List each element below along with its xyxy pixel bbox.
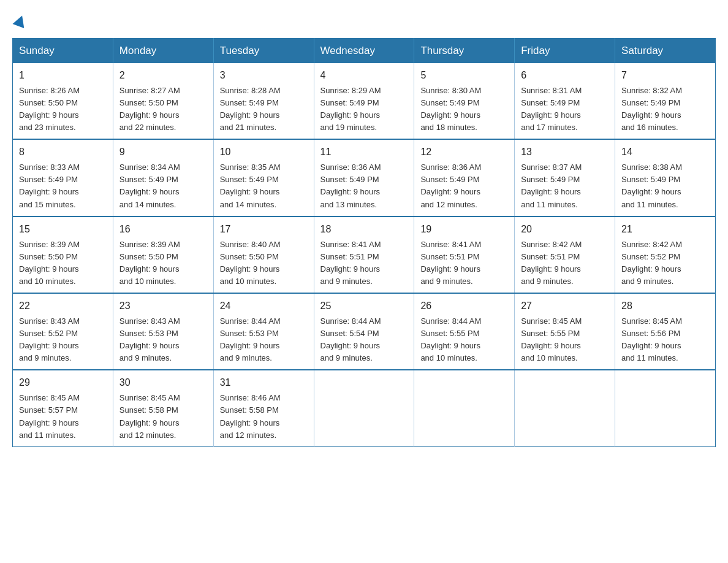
day-info: Sunrise: 8:34 AMSunset: 5:49 PMDaylight:… xyxy=(119,161,207,211)
day-number: 7 xyxy=(621,68,709,83)
day-number: 24 xyxy=(220,299,308,314)
calendar-day-cell: 11Sunrise: 8:36 AMSunset: 5:49 PMDayligh… xyxy=(314,139,414,216)
calendar-day-cell: 17Sunrise: 8:40 AMSunset: 5:50 PMDayligh… xyxy=(213,216,314,293)
calendar-day-cell: 15Sunrise: 8:39 AMSunset: 5:50 PMDayligh… xyxy=(13,216,113,293)
day-number: 17 xyxy=(220,222,308,237)
day-info: Sunrise: 8:45 AMSunset: 5:58 PMDaylight:… xyxy=(119,392,207,442)
calendar-header-friday: Friday xyxy=(515,39,615,64)
day-info: Sunrise: 8:43 AMSunset: 5:53 PMDaylight:… xyxy=(119,315,207,365)
day-info: Sunrise: 8:41 AMSunset: 5:51 PMDaylight:… xyxy=(320,239,408,288)
calendar-week-row: 15Sunrise: 8:39 AMSunset: 5:50 PMDayligh… xyxy=(13,216,716,293)
calendar-header-row: SundayMondayTuesdayWednesdayThursdayFrid… xyxy=(13,39,716,64)
calendar-day-cell xyxy=(615,370,716,446)
day-number: 16 xyxy=(119,222,207,237)
day-number: 2 xyxy=(119,68,207,83)
calendar-day-cell: 12Sunrise: 8:36 AMSunset: 5:49 PMDayligh… xyxy=(414,139,515,216)
calendar-day-cell: 1Sunrise: 8:26 AMSunset: 5:50 PMDaylight… xyxy=(13,63,113,139)
calendar-day-cell xyxy=(314,370,414,446)
calendar-day-cell: 28Sunrise: 8:45 AMSunset: 5:56 PMDayligh… xyxy=(615,293,716,370)
calendar-day-cell: 10Sunrise: 8:35 AMSunset: 5:49 PMDayligh… xyxy=(213,139,314,216)
day-number: 20 xyxy=(521,222,609,237)
calendar-week-row: 22Sunrise: 8:43 AMSunset: 5:52 PMDayligh… xyxy=(13,293,716,370)
day-info: Sunrise: 8:29 AMSunset: 5:49 PMDaylight:… xyxy=(320,85,408,134)
day-info: Sunrise: 8:30 AMSunset: 5:49 PMDaylight:… xyxy=(420,85,508,134)
calendar-day-cell: 20Sunrise: 8:42 AMSunset: 5:51 PMDayligh… xyxy=(515,216,615,293)
day-number: 25 xyxy=(320,299,408,314)
day-number: 29 xyxy=(19,375,107,391)
day-info: Sunrise: 8:33 AMSunset: 5:49 PMDaylight:… xyxy=(19,161,107,211)
day-number: 15 xyxy=(19,222,107,237)
calendar-header-tuesday: Tuesday xyxy=(213,39,314,64)
day-number: 27 xyxy=(521,299,609,314)
calendar-day-cell: 4Sunrise: 8:29 AMSunset: 5:49 PMDaylight… xyxy=(314,63,414,139)
calendar-day-cell: 14Sunrise: 8:38 AMSunset: 5:49 PMDayligh… xyxy=(615,139,716,216)
calendar-week-row: 8Sunrise: 8:33 AMSunset: 5:49 PMDaylight… xyxy=(13,139,716,216)
calendar-header-wednesday: Wednesday xyxy=(314,39,414,64)
day-info: Sunrise: 8:35 AMSunset: 5:49 PMDaylight:… xyxy=(220,161,308,211)
logo xyxy=(12,12,26,26)
day-number: 21 xyxy=(621,222,709,237)
day-number: 8 xyxy=(19,145,107,160)
day-info: Sunrise: 8:45 AMSunset: 5:55 PMDaylight:… xyxy=(521,315,609,365)
calendar-day-cell: 25Sunrise: 8:44 AMSunset: 5:54 PMDayligh… xyxy=(314,293,414,370)
day-number: 22 xyxy=(19,299,107,314)
day-number: 13 xyxy=(521,145,609,160)
day-info: Sunrise: 8:40 AMSunset: 5:50 PMDaylight:… xyxy=(220,239,308,288)
calendar-day-cell: 2Sunrise: 8:27 AMSunset: 5:50 PMDaylight… xyxy=(113,63,213,139)
day-info: Sunrise: 8:44 AMSunset: 5:53 PMDaylight:… xyxy=(220,315,308,365)
day-info: Sunrise: 8:42 AMSunset: 5:51 PMDaylight:… xyxy=(521,239,609,288)
calendar-day-cell: 6Sunrise: 8:31 AMSunset: 5:49 PMDaylight… xyxy=(515,63,615,139)
day-number: 1 xyxy=(19,68,107,83)
calendar-day-cell: 26Sunrise: 8:44 AMSunset: 5:55 PMDayligh… xyxy=(414,293,515,370)
logo-triangle-icon xyxy=(13,13,28,28)
day-info: Sunrise: 8:28 AMSunset: 5:49 PMDaylight:… xyxy=(220,85,308,134)
day-info: Sunrise: 8:26 AMSunset: 5:50 PMDaylight:… xyxy=(19,85,107,134)
calendar-header-saturday: Saturday xyxy=(615,39,716,64)
day-info: Sunrise: 8:39 AMSunset: 5:50 PMDaylight:… xyxy=(119,239,207,288)
day-info: Sunrise: 8:45 AMSunset: 5:56 PMDaylight:… xyxy=(621,315,709,365)
calendar-day-cell: 9Sunrise: 8:34 AMSunset: 5:49 PMDaylight… xyxy=(113,139,213,216)
calendar-day-cell: 13Sunrise: 8:37 AMSunset: 5:49 PMDayligh… xyxy=(515,139,615,216)
day-info: Sunrise: 8:39 AMSunset: 5:50 PMDaylight:… xyxy=(19,239,107,288)
day-info: Sunrise: 8:44 AMSunset: 5:55 PMDaylight:… xyxy=(420,315,508,365)
calendar-day-cell: 5Sunrise: 8:30 AMSunset: 5:49 PMDaylight… xyxy=(414,63,515,139)
calendar-day-cell: 8Sunrise: 8:33 AMSunset: 5:49 PMDaylight… xyxy=(13,139,113,216)
day-number: 11 xyxy=(320,145,408,160)
calendar-day-cell: 16Sunrise: 8:39 AMSunset: 5:50 PMDayligh… xyxy=(113,216,213,293)
calendar-day-cell: 30Sunrise: 8:45 AMSunset: 5:58 PMDayligh… xyxy=(113,370,213,446)
day-number: 3 xyxy=(220,68,308,83)
day-info: Sunrise: 8:27 AMSunset: 5:50 PMDaylight:… xyxy=(119,85,207,134)
day-info: Sunrise: 8:46 AMSunset: 5:58 PMDaylight:… xyxy=(220,392,308,442)
calendar-day-cell: 18Sunrise: 8:41 AMSunset: 5:51 PMDayligh… xyxy=(314,216,414,293)
calendar-day-cell: 21Sunrise: 8:42 AMSunset: 5:52 PMDayligh… xyxy=(615,216,716,293)
calendar-header-monday: Monday xyxy=(113,39,213,64)
calendar-week-row: 29Sunrise: 8:45 AMSunset: 5:57 PMDayligh… xyxy=(13,370,716,446)
calendar-day-cell: 23Sunrise: 8:43 AMSunset: 5:53 PMDayligh… xyxy=(113,293,213,370)
day-number: 10 xyxy=(220,145,308,160)
day-number: 28 xyxy=(621,299,709,314)
day-info: Sunrise: 8:31 AMSunset: 5:49 PMDaylight:… xyxy=(521,85,609,134)
calendar-day-cell: 3Sunrise: 8:28 AMSunset: 5:49 PMDaylight… xyxy=(213,63,314,139)
day-info: Sunrise: 8:36 AMSunset: 5:49 PMDaylight:… xyxy=(420,161,508,211)
day-number: 5 xyxy=(420,68,508,83)
calendar-header-thursday: Thursday xyxy=(414,39,515,64)
day-info: Sunrise: 8:45 AMSunset: 5:57 PMDaylight:… xyxy=(19,392,107,442)
day-number: 18 xyxy=(320,222,408,237)
calendar-table: SundayMondayTuesdayWednesdayThursdayFrid… xyxy=(12,38,716,447)
day-number: 6 xyxy=(521,68,609,83)
day-number: 30 xyxy=(119,375,207,391)
page-header xyxy=(12,12,716,26)
day-number: 14 xyxy=(621,145,709,160)
day-number: 23 xyxy=(119,299,207,314)
day-number: 31 xyxy=(220,375,308,391)
calendar-day-cell xyxy=(515,370,615,446)
calendar-header-sunday: Sunday xyxy=(13,39,113,64)
day-info: Sunrise: 8:32 AMSunset: 5:49 PMDaylight:… xyxy=(621,85,709,134)
calendar-day-cell: 7Sunrise: 8:32 AMSunset: 5:49 PMDaylight… xyxy=(615,63,716,139)
day-info: Sunrise: 8:43 AMSunset: 5:52 PMDaylight:… xyxy=(19,315,107,365)
calendar-day-cell: 29Sunrise: 8:45 AMSunset: 5:57 PMDayligh… xyxy=(13,370,113,446)
calendar-day-cell: 27Sunrise: 8:45 AMSunset: 5:55 PMDayligh… xyxy=(515,293,615,370)
day-number: 26 xyxy=(420,299,508,314)
day-info: Sunrise: 8:37 AMSunset: 5:49 PMDaylight:… xyxy=(521,161,609,211)
calendar-day-cell: 22Sunrise: 8:43 AMSunset: 5:52 PMDayligh… xyxy=(13,293,113,370)
